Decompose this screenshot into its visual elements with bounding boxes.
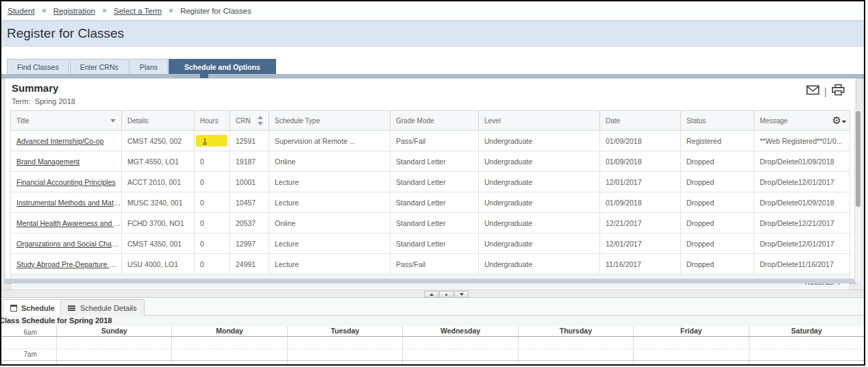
cell-level: Undergraduate [479, 213, 600, 233]
breadcrumb-select-a-term[interactable]: Select a Term [114, 7, 162, 15]
course-title-link[interactable]: Financial Accounting Principles [16, 178, 116, 186]
cell-level: Undergraduate [479, 254, 600, 275]
time-label-7am: 7am [1, 351, 37, 358]
splitter-expand-down-button[interactable] [454, 291, 469, 298]
cell-title: Instrumental Methods and Materials [11, 192, 122, 213]
calendar-cell [518, 361, 633, 366]
cell-hours: 0 [195, 254, 230, 275]
cell-details: CMST 4250, 002 [122, 131, 195, 151]
main-area: Summary Term: Spring 2018 | [1, 79, 864, 290]
hours-link[interactable]: 1 [203, 136, 207, 144]
cell-date: 01/09/2018 [600, 192, 681, 213]
course-title-link[interactable]: Brand Management [16, 157, 79, 166]
cell-grade-mode: Standard Letter [390, 233, 479, 254]
calendar-cell [633, 361, 748, 366]
cell-schedule-type: Online [269, 213, 390, 233]
cell-level: Undergraduate [479, 233, 600, 254]
day-header-tuesday: Tuesday [287, 326, 402, 336]
cell-title: Study Abroad Pre-Departure Orientation [11, 254, 122, 275]
cell-date: 01/09/2018 [600, 131, 681, 151]
time-label-6am: 6am [1, 329, 37, 336]
column-header-grade-mode[interactable]: Grade Mode [390, 111, 479, 131]
class-schedule-title: Class Schedule for Spring 2018 [1, 316, 864, 326]
day-header-wednesday: Wednesday [402, 326, 517, 336]
column-header-status[interactable]: Status [681, 111, 754, 131]
day-header-sunday: Sunday [56, 326, 171, 336]
tab-label: Schedule [21, 304, 55, 312]
tab-schedule[interactable]: Schedule [3, 299, 62, 316]
cell-status: Dropped [681, 192, 754, 213]
cell-date: 01/09/2018 [600, 151, 681, 172]
schedule-panel: ScheduleSchedule Details Class Schedule … [1, 298, 864, 364]
course-title-link[interactable]: Advanced Internship/Co-op [16, 137, 103, 145]
vertical-scrollbar-thumb[interactable] [856, 111, 860, 207]
cell-details: ACCT 2010, 001 [122, 172, 195, 192]
tab-schedule-and-options[interactable]: Schedule and Options [169, 59, 276, 74]
calendar-icon [10, 305, 17, 312]
breadcrumb-student[interactable]: Student [8, 7, 35, 15]
cell-hours: 1 [195, 131, 230, 151]
term-line: Term: Spring 2018 [12, 97, 75, 105]
breadcrumb-registration[interactable]: Registration [53, 7, 95, 15]
cell-schedule-type: Lecture [269, 192, 390, 213]
cell-level: Undergraduate [479, 192, 600, 213]
column-header-level[interactable]: Level [479, 111, 600, 131]
column-header-title[interactable]: Title [11, 111, 122, 131]
tab-bar: Find ClassesEnter CRNsPlansSchedule and … [1, 58, 864, 74]
course-title-link[interactable]: Mental Health Awareness and Advocacy [16, 219, 122, 227]
email-icon[interactable] [806, 85, 819, 95]
tab-find-classes[interactable]: Find Classes [7, 59, 69, 74]
course-title-link[interactable]: Instrumental Methods and Materials [16, 199, 122, 207]
cell-crn: 19187 [230, 151, 269, 172]
course-title-link[interactable]: Organizations and Social Change [16, 240, 122, 248]
cell-details: MGT 4550, LO1 [122, 151, 195, 172]
calendar-time-gutter [1, 361, 56, 366]
panel-splitter[interactable] [1, 290, 864, 298]
cell-title: Organizations and Social Change [11, 233, 122, 254]
caret-down-icon [842, 121, 846, 123]
splitter-drag-handle[interactable] [439, 291, 454, 298]
summary-panel: Summary Term: Spring 2018 | [4, 78, 856, 284]
column-header-message[interactable]: Message⚙ [754, 111, 850, 131]
calendar-cell [402, 361, 517, 366]
triangle-down-icon [460, 293, 464, 296]
column-header-crn[interactable]: CRN [230, 111, 269, 131]
table-row: Advanced Internship/Co-opCMST 4250, 0021… [11, 131, 850, 151]
vertical-scrollbar-track[interactable] [854, 110, 861, 282]
cell-message: Drop/Delete12/01/2017 [754, 233, 850, 254]
cell-title: Advanced Internship/Co-op [11, 131, 122, 151]
cell-crn: 10001 [230, 172, 269, 192]
triangle-up-icon [430, 293, 434, 296]
cell-date: 11/16/2017 [600, 254, 681, 275]
table-row: Organizations and Social ChangeCMST 4350… [11, 233, 850, 254]
tab-plans[interactable]: Plans [129, 59, 168, 74]
column-header-schedule-type[interactable]: Schedule Type [269, 111, 390, 131]
table-row: Mental Health Awareness and AdvocacyFCHD… [11, 213, 850, 233]
cell-grade-mode: Pass/Fail [390, 254, 479, 275]
cell-grade-mode: Standard Letter [390, 213, 479, 233]
column-header-hours[interactable]: Hours [195, 111, 230, 131]
cell-title: Financial Accounting Principles [11, 172, 122, 192]
cell-date: 12/01/2017 [600, 233, 681, 254]
course-title-link[interactable]: Study Abroad Pre-Departure Orientation [16, 260, 122, 268]
horizontal-scrollbar[interactable] [5, 279, 856, 283]
table-row: Financial Accounting PrinciplesACCT 2010… [11, 172, 850, 192]
cell-details: CMST 4350, 001 [122, 233, 195, 254]
printer-icon[interactable] [832, 84, 845, 96]
settings-gear-icon[interactable]: ⚙ [832, 114, 846, 127]
column-header-details[interactable]: Details [122, 111, 195, 131]
splitter-collapse-up-button[interactable] [424, 291, 438, 298]
cell-status: Dropped [681, 172, 754, 192]
cell-schedule-type: Online [269, 151, 390, 172]
cell-title: Mental Health Awareness and Advocacy [11, 213, 122, 233]
column-header-date[interactable]: Date [600, 111, 681, 131]
schedule-tab-bar: ScheduleSchedule Details [1, 298, 864, 316]
tab-enter-crns[interactable]: Enter CRNs [70, 59, 129, 74]
hours-highlight: 1 [196, 135, 227, 147]
tab-schedule-details[interactable]: Schedule Details [60, 299, 145, 316]
cell-schedule-type: Lecture [269, 254, 390, 275]
cell-grade-mode: Standard Letter [390, 151, 479, 172]
cell-date: 12/01/2017 [600, 172, 681, 192]
term-value: Spring 2018 [35, 97, 75, 105]
cell-grade-mode: Standard Letter [390, 192, 479, 213]
